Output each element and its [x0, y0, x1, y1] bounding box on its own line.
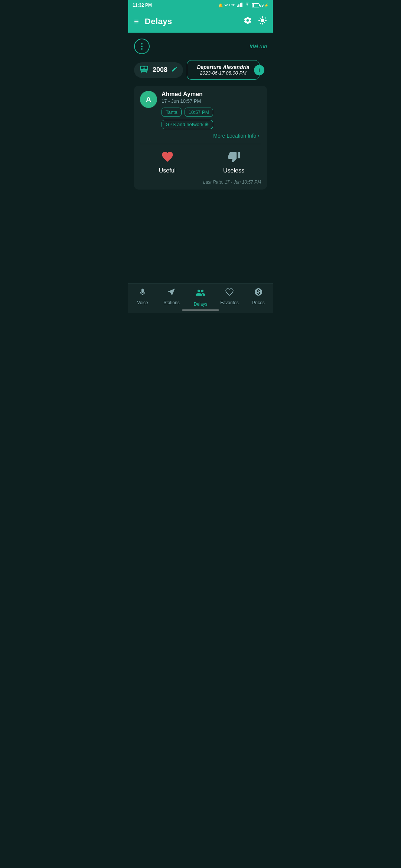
status-bar: 11:32 PM 🔔 Yo LTE: [128, 0, 273, 10]
page-title: Delays: [145, 17, 237, 26]
tag-gps[interactable]: GPS and network ✳: [162, 120, 213, 129]
settings-icon[interactable]: [243, 16, 252, 27]
info-icon[interactable]: i: [254, 65, 264, 75]
useful-button[interactable]: Useful: [134, 144, 200, 177]
nav-item-voice[interactable]: Voice: [128, 287, 157, 305]
favorites-label: Favorites: [220, 300, 238, 305]
report-time: 17 - Jun 10:57 PM: [162, 98, 261, 104]
battery-icon: 29 ⚡: [252, 3, 268, 7]
nav-item-delays[interactable]: Delays: [186, 287, 215, 307]
train-badge[interactable]: 2008: [134, 62, 183, 78]
favorites-icon: [225, 287, 234, 299]
report-tags: Tanta 10:57 PM GPS and network ✳: [162, 108, 261, 129]
trial-run-label: trial run: [250, 43, 267, 49]
more-location-button[interactable]: More Location Info ›: [162, 133, 261, 139]
main-content: trial run 2008 Depart: [128, 33, 273, 197]
charging-icon: ⚡: [264, 3, 268, 7]
voice-label: Voice: [137, 300, 148, 305]
voice-icon: [138, 287, 147, 299]
wifi-icon: [244, 3, 250, 8]
train-selector-row: 2008 Departure Alexandria 2023-06-17 08:…: [134, 60, 267, 80]
battery-percent: 29: [260, 3, 264, 7]
bottom-nav: Voice Stations Delays Favorites: [128, 283, 273, 313]
menu-icon[interactable]: ≡: [134, 17, 139, 26]
delays-label: Delays: [194, 302, 208, 307]
signal-icon: [237, 3, 243, 8]
delays-icon: [195, 287, 206, 300]
brightness-icon[interactable]: [258, 16, 267, 27]
svg-rect-2: [240, 3, 241, 7]
departure-datetime: 2023-06-17 08:00 PM: [192, 70, 254, 76]
thumbs-down-icon: [227, 150, 241, 165]
tag-time[interactable]: 10:57 PM: [185, 108, 213, 117]
prices-icon: [254, 287, 263, 299]
app-bar-actions: [243, 16, 267, 27]
heart-icon: [161, 150, 174, 165]
svg-rect-6: [144, 66, 147, 68]
status-icons: 🔔 Yo LTE 29 ⚡: [218, 3, 268, 8]
nav-item-stations[interactable]: Stations: [157, 287, 186, 305]
report-user-info: Ahmed Aymen 17 - Jun 10:57 PM Tanta 10:5…: [162, 91, 261, 139]
lte-badge: Yo LTE: [224, 3, 235, 7]
svg-rect-3: [241, 3, 242, 7]
edit-icon[interactable]: [171, 66, 178, 74]
avatar: A: [140, 91, 157, 108]
useless-button[interactable]: Useless: [200, 144, 267, 177]
chevron-right-icon: ›: [258, 133, 260, 139]
useless-label: Useless: [223, 167, 244, 174]
svg-rect-1: [238, 4, 239, 7]
prices-label: Prices: [252, 300, 264, 305]
train-icon: [139, 65, 149, 75]
departure-card[interactable]: Departure Alexandria 2023-06-17 08:00 PM…: [187, 60, 260, 80]
train-number: 2008: [153, 66, 167, 74]
report-card: A Ahmed Aymen 17 - Jun 10:57 PM Tanta 10…: [134, 86, 267, 190]
svg-rect-9: [141, 70, 147, 72]
departure-city: Departure Alexandria: [192, 64, 254, 70]
app-bar: ≡ Delays: [128, 10, 273, 33]
svg-rect-0: [237, 6, 238, 7]
top-row: trial run: [134, 39, 267, 54]
last-rate-text: Last Rate: 17 - Jun 10:57 PM: [203, 180, 261, 185]
alarm-icon: 🔔: [218, 3, 223, 7]
status-time: 11:32 PM: [133, 3, 152, 8]
home-indicator: [182, 309, 219, 311]
report-header: A Ahmed Aymen 17 - Jun 10:57 PM Tanta 10…: [134, 86, 267, 144]
stations-label: Stations: [163, 300, 179, 305]
nav-item-favorites[interactable]: Favorites: [215, 287, 244, 305]
tag-location[interactable]: Tanta: [162, 108, 182, 117]
svg-rect-5: [141, 66, 144, 68]
last-rate-row: Last Rate: 17 - Jun 10:57 PM: [134, 177, 267, 190]
nav-item-prices[interactable]: Prices: [244, 287, 273, 305]
options-button[interactable]: [134, 39, 150, 54]
useful-label: Useful: [159, 167, 176, 174]
report-username: Ahmed Aymen: [162, 91, 261, 98]
stations-icon: [167, 287, 176, 299]
rating-section: Useful Useless: [134, 144, 267, 177]
